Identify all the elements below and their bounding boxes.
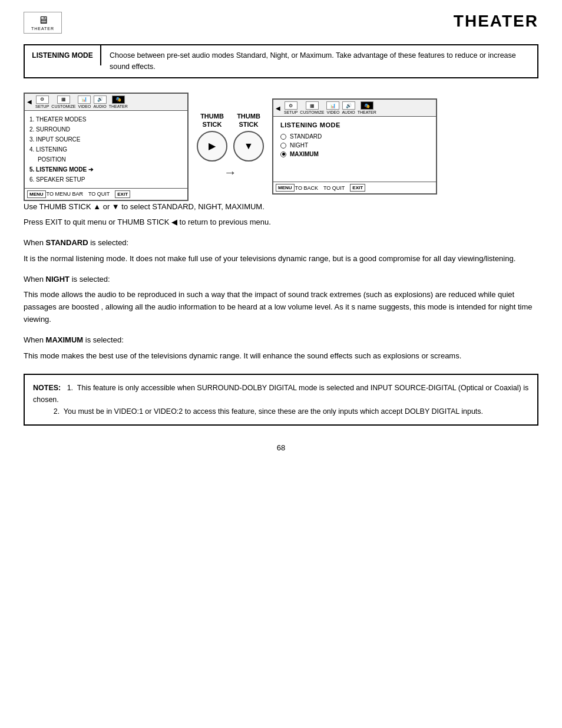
- footer-exit: EXIT: [115, 190, 130, 198]
- notes-title: NOTES:: [33, 384, 61, 392]
- standard-bold: STANDARD: [46, 238, 88, 247]
- theater-logo: 🖥 THEATER: [24, 12, 62, 34]
- header-video: 📊 VIDEO: [78, 95, 91, 108]
- maximum-body: This mode makes the best use of the tele…: [24, 350, 538, 363]
- listening-mode-label: LISTENING MODE: [25, 45, 101, 65]
- right-screen: ◀ ⚙ SETUP ▦ CUSTOMIZE 📊 VIDEO 🔊 AUDIO 🎭 …: [272, 98, 437, 195]
- menu-item-3: 3. INPUT SOURCE: [29, 134, 183, 144]
- right-footer-menu: MENU TO BACK: [276, 184, 318, 192]
- left-screen-footer: MENU TO MENU BAR TO QUIT EXIT: [25, 188, 187, 200]
- listening-mode-box: LISTENING MODE Choose between pre-set au…: [24, 44, 538, 78]
- diagram-area: ◀ ⚙ SETUP ▦ CUSTOMIZE 📊 VIDEO 🔊 AUDIO 🎭 …: [24, 93, 538, 201]
- instruction-2: Press EXIT to quit menu or THUMB STICK ◀…: [24, 216, 538, 229]
- maximum-section: When MAXIMUM is selected: This mode make…: [24, 334, 538, 363]
- radio-night: [280, 143, 286, 149]
- header-customize: ▦ CUSTOMIZE: [51, 95, 75, 108]
- thumbstick-left: THUMBSTICK ▶: [197, 113, 227, 161]
- radio-maximum: [280, 151, 286, 157]
- thumbstick-row: THUMBSTICK ▶ THUMBSTICK ▼: [197, 113, 264, 161]
- thumbstick-left-circle: ▶: [197, 131, 227, 162]
- listening-mode-description: Choose between pre-set audio modes Stand…: [101, 45, 537, 77]
- right-customize-icon: ▦: [306, 101, 319, 110]
- right-header-video: 📊 VIDEO: [326, 101, 339, 114]
- menu-list: 1. THEATER MODES 2. SURROUND 3. INPUT SO…: [29, 114, 183, 185]
- footer-menu: MENU TO MENU BAR: [27, 190, 83, 198]
- right-audio-icon: 🔊: [342, 101, 355, 110]
- thumbstick-right-circle: ▼: [233, 131, 264, 162]
- maximum-bold: MAXIMUM: [46, 335, 84, 344]
- standard-heading: When STANDARD is selected:: [24, 237, 538, 249]
- radio-standard: [280, 134, 286, 140]
- right-screen-header: ◀ ⚙ SETUP ▦ CUSTOMIZE 📊 VIDEO 🔊 AUDIO 🎭 …: [273, 100, 436, 117]
- right-header-customize: ▦ CUSTOMIZE: [300, 101, 324, 114]
- menu-item-6: 6. SPEAKER SETUP: [29, 174, 183, 185]
- menu-item-4: 4. LISTENING POSITION: [29, 144, 183, 164]
- thumbstick-right: THUMBSTICK ▼: [233, 113, 264, 161]
- standard-section: When STANDARD is selected: It is the nor…: [24, 237, 538, 265]
- right-setup-icon: ⚙: [285, 101, 297, 110]
- header-setup: ⚙ SETUP: [35, 95, 49, 108]
- right-footer-exit: EXIT: [350, 184, 365, 192]
- mode-title: LISTENING MODE: [280, 121, 429, 129]
- option-night: NIGHT: [280, 142, 429, 149]
- night-heading: When NIGHT is selected:: [24, 274, 538, 286]
- right-footer-toquit: TO QUIT: [323, 184, 345, 192]
- night-section: When NIGHT is selected: This mode allows…: [24, 274, 538, 326]
- header-audio: 🔊 AUDIO: [93, 95, 106, 108]
- option-maximum: MAXIMUM: [280, 151, 429, 157]
- page-title: THEATER: [454, 12, 538, 31]
- right-header-theater: 🎭 THEATER: [358, 101, 376, 114]
- page-number: 68: [24, 443, 538, 452]
- night-bold: NIGHT: [46, 275, 70, 284]
- right-screen-body: LISTENING MODE STANDARD NIGHT MAXIMUM: [273, 117, 436, 182]
- theater-icon: 🎭: [112, 95, 125, 104]
- left-screen: ◀ ⚙ SETUP ▦ CUSTOMIZE 📊 VIDEO 🔊 AUDIO 🎭 …: [24, 93, 189, 201]
- direction-arrow: →: [224, 165, 237, 180]
- menu-item-2: 2. SURROUND: [29, 124, 183, 134]
- left-screen-body: 1. THEATER MODES 2. SURROUND 3. INPUT SO…: [25, 111, 187, 188]
- menu-item-1: 1. THEATER MODES: [29, 114, 183, 124]
- standard-body: It is the normal listening mode. It does…: [24, 253, 538, 265]
- page-header: 🖥 THEATER THEATER: [24, 12, 538, 34]
- menu-item-5: 5. LISTENING MODE ➔: [29, 164, 183, 174]
- header-arrow: ◀: [27, 98, 32, 105]
- video-icon: 📊: [78, 95, 91, 104]
- night-body: This mode allows the audio to be reprodu…: [24, 289, 538, 325]
- audio-icon: 🔊: [94, 95, 107, 104]
- right-theater-icon: 🎭: [361, 101, 373, 110]
- logo-label: THEATER: [31, 27, 54, 31]
- right-header-audio: 🔊 AUDIO: [342, 101, 355, 114]
- setup-icon: ⚙: [36, 95, 49, 104]
- left-screen-header: ◀ ⚙ SETUP ▦ CUSTOMIZE 📊 VIDEO 🔊 AUDIO 🎭 …: [25, 94, 187, 111]
- right-header-setup: ⚙ SETUP: [284, 101, 297, 114]
- instructions-section: Use THUMB STICK ▲ or ▼ to select STANDAR…: [24, 201, 538, 229]
- logo-icon: 🖥: [38, 15, 48, 25]
- option-standard: STANDARD: [280, 133, 429, 140]
- footer-toquit: TO QUIT: [88, 190, 110, 198]
- right-video-icon: 📊: [326, 101, 339, 110]
- thumbstick-area: THUMBSTICK ▶ THUMBSTICK ▼ →: [197, 113, 264, 180]
- customize-icon: ▦: [57, 95, 70, 104]
- thumbstick-left-label: THUMBSTICK: [200, 113, 224, 128]
- header-theater: 🎭 THEATER: [109, 95, 128, 108]
- right-screen-footer: MENU TO BACK TO QUIT EXIT: [273, 182, 436, 193]
- right-header-arrow: ◀: [276, 105, 280, 111]
- notes-box: NOTES: 1. This feature is only accessibl…: [24, 374, 538, 426]
- instruction-1: Use THUMB STICK ▲ or ▼ to select STANDAR…: [24, 201, 538, 213]
- maximum-heading: When MAXIMUM is selected:: [24, 334, 538, 347]
- thumbstick-right-label: THUMBSTICK: [237, 113, 260, 128]
